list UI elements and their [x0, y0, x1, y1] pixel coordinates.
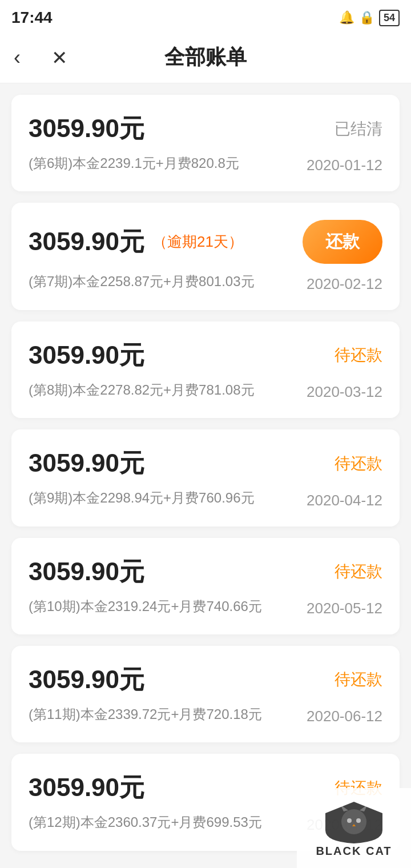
bill-amount-container-4: 3059.90元 [29, 555, 144, 589]
bill-card-9: 3059.90元待还款(第9期)本金2298.94元+月费760.96元2020… [11, 429, 400, 526]
bill-detail-4: (第10期)本金2319.24元+月费740.66元 [29, 596, 262, 617]
bill-amount-container-6: 3059.90元 [29, 771, 144, 805]
bill-bottom-row-1: (第7期)本金2258.87元+月费801.03元2020-02-12 [29, 271, 382, 292]
repay-button-1[interactable]: 还款 [303, 220, 382, 264]
status-time: 17:44 [11, 9, 53, 27]
bill-detail-1: (第7期)本金2258.87元+月费801.03元 [29, 271, 255, 292]
bill-top-row-0: 3059.90元已结清 [29, 112, 382, 146]
bill-amount-container-2: 3059.90元 [29, 339, 144, 372]
bill-amount-2: 3059.90元 [29, 339, 144, 372]
bill-card-7: 3059.90元（逾期21天）还款(第7期)本金2258.87元+月费801.0… [11, 203, 400, 310]
bill-detail-2: (第8期)本金2278.82元+月费781.08元 [29, 379, 255, 401]
bill-top-row-4: 3059.90元待还款 [29, 555, 382, 589]
bill-detail-6: (第12期)本金2360.37元+月费699.53元 [29, 811, 262, 833]
bill-bottom-row-4: (第10期)本金2319.24元+月费740.66元2020-05-12 [29, 596, 382, 617]
bill-status-pending-3: 待还款 [335, 455, 382, 472]
bill-action-2: 待还款 [335, 344, 382, 366]
bill-action-4: 待还款 [335, 561, 382, 582]
close-button[interactable]: ✕ [51, 46, 67, 69]
bill-action-3: 待还款 [335, 453, 382, 475]
bill-top-row-5: 3059.90元待还款 [29, 663, 382, 697]
top-nav: ‹ ✕ 全部账单 [0, 34, 411, 83]
lock-icon: 🔒 [359, 10, 374, 25]
bill-status-settled-0: 已结清 [335, 120, 382, 138]
bills-list: 3059.90元已结清(第6期)本金2239.1元+月费820.8元2020-0… [0, 83, 411, 868]
bill-card-11: 3059.90元待还款(第11期)本金2339.72元+月费720.18元202… [11, 646, 400, 742]
status-bar: 17:44 🔔 🔒 54 [0, 0, 411, 34]
bill-card-6: 3059.90元已结清(第6期)本金2239.1元+月费820.8元2020-0… [11, 95, 400, 191]
black-cat-logo [320, 799, 388, 845]
battery-indicator: 54 [379, 10, 400, 26]
bill-date-1: 2020-02-12 [307, 275, 382, 293]
svg-point-0 [341, 809, 366, 834]
svg-point-4 [356, 818, 361, 823]
bill-bottom-row-0: (第6期)本金2239.1元+月费820.8元2020-01-12 [29, 152, 382, 174]
overdue-tag-1: （逾期21天） [152, 232, 243, 252]
page-title: 全部账单 [164, 43, 247, 71]
bill-amount-4: 3059.90元 [29, 555, 144, 589]
watermark: BLACK CAT [297, 788, 411, 868]
status-icons: 🔔 🔒 54 [339, 10, 400, 26]
bill-status-pending-4: 待还款 [335, 562, 382, 580]
bill-date-2: 2020-03-12 [307, 383, 382, 401]
bill-amount-6: 3059.90元 [29, 771, 144, 805]
bill-action-5: 待还款 [335, 669, 382, 690]
bill-status-pending-2: 待还款 [335, 346, 382, 364]
bill-bottom-row-2: (第8期)本金2278.82元+月费781.08元2020-03-12 [29, 379, 382, 401]
bill-detail-0: (第6期)本金2239.1元+月费820.8元 [29, 152, 239, 174]
bill-top-row-3: 3059.90元待还款 [29, 447, 382, 480]
bill-top-row-1: 3059.90元（逾期21天）还款 [29, 220, 382, 264]
bill-status-pending-5: 待还款 [335, 670, 382, 688]
bill-card-10: 3059.90元待还款(第10期)本金2319.24元+月费740.66元202… [11, 538, 400, 634]
bill-detail-5: (第11期)本金2339.72元+月费720.18元 [29, 704, 262, 725]
bill-bottom-row-5: (第11期)本金2339.72元+月费720.18元2020-06-12 [29, 704, 382, 725]
bill-card-8: 3059.90元待还款(第8期)本金2278.82元+月费781.08元2020… [11, 322, 400, 418]
bill-amount-container-0: 3059.90元 [29, 112, 144, 146]
bill-amount-container-1: 3059.90元（逾期21天） [29, 225, 243, 259]
bill-amount-3: 3059.90元 [29, 447, 144, 480]
notification-icon: 🔔 [339, 10, 354, 25]
svg-point-3 [347, 818, 352, 823]
bill-date-5: 2020-06-12 [307, 708, 382, 725]
bill-amount-container-5: 3059.90元 [29, 663, 144, 697]
bill-date-0: 2020-01-12 [307, 156, 382, 174]
bill-amount-1: 3059.90元 [29, 225, 144, 259]
bill-top-row-2: 3059.90元待还款 [29, 339, 382, 372]
bill-date-4: 2020-05-12 [307, 600, 382, 617]
brand-label: BLACK CAT [316, 845, 392, 858]
bill-action-1[interactable]: 还款 [303, 220, 382, 264]
bill-amount-container-3: 3059.90元 [29, 447, 144, 480]
bill-amount-5: 3059.90元 [29, 663, 144, 697]
bill-amount-0: 3059.90元 [29, 112, 144, 146]
bill-detail-3: (第9期)本金2298.94元+月费760.96元 [29, 487, 255, 509]
bill-action-0: 已结清 [335, 118, 382, 140]
bill-bottom-row-3: (第9期)本金2298.94元+月费760.96元2020-04-12 [29, 487, 382, 509]
bill-date-3: 2020-04-12 [307, 492, 382, 509]
back-button[interactable]: ‹ [14, 46, 21, 70]
